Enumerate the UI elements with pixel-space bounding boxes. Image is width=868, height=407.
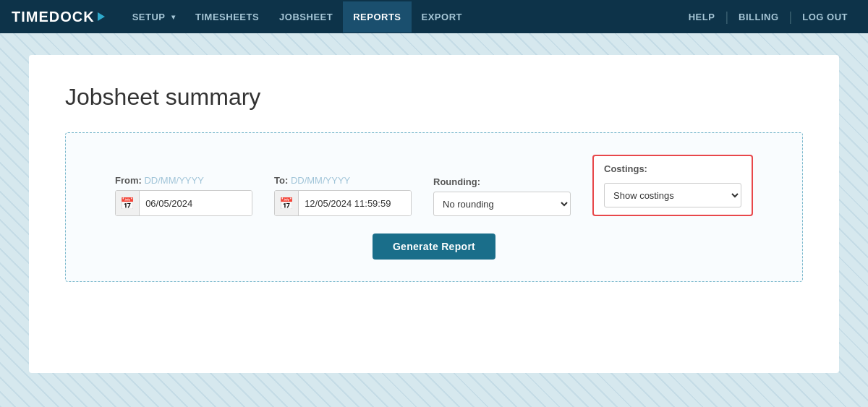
page-background: Jobsheet summary From: DD/MM/YYYY 📅 (0, 33, 868, 407)
page-title: Jobsheet summary (65, 84, 803, 111)
costings-select[interactable]: Show costings Hide costings (604, 183, 741, 207)
nav-logout[interactable]: LOG OUT (793, 1, 856, 33)
nav-links: SETUP ▾ TIMESHEETS JOBSHEET REPORTS EXPO… (122, 1, 680, 33)
nav-billing[interactable]: BILLING (730, 1, 788, 33)
chevron-down-icon: ▾ (171, 13, 176, 21)
from-date-input[interactable] (140, 191, 252, 215)
costings-label: Costings: (604, 163, 741, 174)
from-group: From: DD/MM/YYYY 📅 (115, 175, 252, 216)
nav-divider-1: | (723, 9, 730, 25)
from-calendar-icon[interactable]: 📅 (116, 191, 140, 215)
rounding-group: Rounding: No rounding 15 minutes 30 minu… (433, 176, 571, 216)
rounding-label: Rounding: (433, 176, 571, 187)
from-input-wrapper: 📅 (115, 190, 252, 216)
main-card: Jobsheet summary From: DD/MM/YYYY 📅 (29, 55, 839, 373)
nav-jobsheet[interactable]: JOBSHEET (269, 1, 343, 33)
form-box: From: DD/MM/YYYY 📅 To: DD/MM/YYYY (65, 132, 803, 282)
form-row: From: DD/MM/YYYY 📅 To: DD/MM/YYYY (80, 155, 788, 216)
nav-export[interactable]: EXPORT (412, 1, 472, 33)
to-label: To: DD/MM/YYYY (274, 175, 412, 186)
brand-arrow-icon (98, 12, 105, 21)
generate-report-button[interactable]: Generate Report (373, 234, 495, 260)
nav-divider-2: | (788, 9, 794, 25)
costings-group: Costings: Show costings Hide costings (592, 155, 753, 216)
to-group: To: DD/MM/YYYY 📅 (274, 175, 412, 216)
nav-timesheets[interactable]: TIMESHEETS (185, 1, 269, 33)
brand-name: TIMEDOCK (12, 9, 95, 25)
to-calendar-icon[interactable]: 📅 (275, 191, 299, 215)
nav-reports[interactable]: REPORTS (343, 1, 411, 33)
nav-right: HELP | BILLING | LOG OUT (680, 1, 856, 33)
to-date-input[interactable] (299, 191, 411, 215)
rounding-select[interactable]: No rounding 15 minutes 30 minutes 1 hour (433, 192, 571, 216)
from-label: From: DD/MM/YYYY (115, 175, 252, 186)
main-nav: TIMEDOCK SETUP ▾ TIMESHEETS JOBSHEET REP… (0, 0, 868, 33)
brand-logo: TIMEDOCK (12, 9, 105, 25)
nav-setup[interactable]: SETUP ▾ (122, 1, 185, 33)
nav-help[interactable]: HELP (680, 1, 724, 33)
generate-btn-row: Generate Report (80, 234, 788, 260)
to-input-wrapper: 📅 (274, 190, 412, 216)
